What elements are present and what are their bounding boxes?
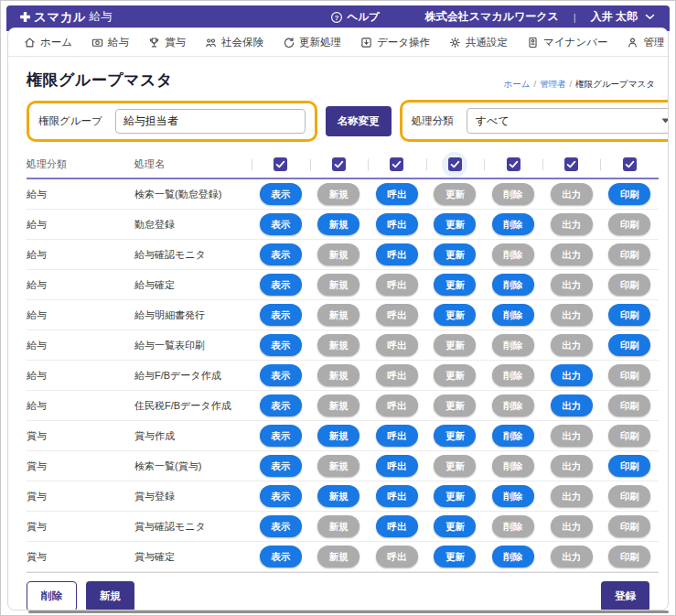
permission-pill-出力-disabled[interactable]: 出力 — [551, 455, 593, 477]
permission-pill-印刷-disabled[interactable]: 印刷 — [608, 425, 650, 447]
permission-pill-更新-enabled[interactable]: 更新 — [434, 243, 476, 265]
permission-pill-更新-enabled[interactable]: 更新 — [434, 546, 476, 567]
permission-pill-出力-disabled[interactable]: 出力 — [551, 515, 593, 537]
permission-pill-削除-disabled[interactable]: 削除 — [492, 455, 534, 477]
permission-pill-表示-enabled[interactable]: 表示 — [260, 274, 302, 296]
permission-pill-表示-enabled[interactable]: 表示 — [260, 394, 302, 416]
permission-pill-削除-disabled[interactable]: 削除 — [492, 515, 534, 537]
permission-pill-更新-enabled[interactable]: 更新 — [434, 515, 476, 537]
permission-pill-新規-enabled[interactable]: 新規 — [317, 425, 359, 447]
permission-pill-出力-disabled[interactable]: 出力 — [551, 304, 593, 326]
user-menu[interactable]: 入井 太郎 — [591, 9, 655, 25]
permission-pill-新規-disabled[interactable]: 新規 — [317, 394, 359, 416]
permission-pill-新規-disabled[interactable]: 新規 — [317, 364, 359, 386]
nav-item-9[interactable]: 管理 — [627, 36, 664, 49]
permission-pill-表示-enabled[interactable]: 表示 — [260, 546, 302, 567]
permission-pill-削除-disabled[interactable]: 削除 — [492, 394, 534, 416]
permission-pill-更新-enabled[interactable]: 更新 — [434, 213, 476, 235]
permission-pill-出力-disabled[interactable]: 出力 — [551, 425, 593, 447]
nav-item-7[interactable]: 共通設定 — [449, 36, 508, 49]
permission-pill-呼出-disabled[interactable]: 呼出 — [376, 364, 418, 386]
permission-pill-更新-enabled[interactable]: 更新 — [434, 304, 476, 326]
permission-pill-出力-disabled[interactable]: 出力 — [551, 334, 593, 356]
permission-pill-削除-enabled[interactable]: 削除 — [492, 425, 534, 447]
permission-pill-呼出-disabled[interactable]: 呼出 — [376, 274, 418, 296]
permission-pill-表示-enabled[interactable]: 表示 — [260, 334, 302, 356]
permission-pill-更新-disabled[interactable]: 更新 — [434, 394, 476, 416]
nav-item-8[interactable]: マイナンバー — [527, 36, 607, 49]
permission-pill-呼出-disabled[interactable]: 呼出 — [376, 304, 418, 326]
permission-pill-印刷-enabled[interactable]: 印刷 — [608, 455, 650, 477]
permission-pill-新規-disabled[interactable]: 新規 — [317, 546, 359, 567]
permission-pill-出力-disabled[interactable]: 出力 — [551, 183, 593, 205]
breadcrumb-link[interactable]: ホーム — [503, 79, 530, 89]
permission-pill-削除-enabled[interactable]: 削除 — [492, 485, 534, 507]
permission-pill-出力-disabled[interactable]: 出力 — [551, 243, 593, 265]
permission-pill-削除-disabled[interactable]: 削除 — [492, 183, 534, 205]
permission-pill-表示-enabled[interactable]: 表示 — [260, 213, 302, 235]
permission-pill-新規-disabled[interactable]: 新規 — [317, 304, 359, 326]
permission-pill-印刷-disabled[interactable]: 印刷 — [608, 394, 650, 416]
permission-pill-印刷-enabled[interactable]: 印刷 — [608, 183, 650, 205]
permission-pill-表示-enabled[interactable]: 表示 — [260, 243, 302, 265]
permission-pill-新規-disabled[interactable]: 新規 — [317, 183, 359, 205]
permission-pill-印刷-disabled[interactable]: 印刷 — [608, 546, 650, 567]
permission-pill-印刷-disabled[interactable]: 印刷 — [608, 515, 650, 537]
permission-pill-出力-disabled[interactable]: 出力 — [551, 546, 593, 567]
breadcrumb-link[interactable]: 管理者 — [540, 79, 566, 89]
category-select[interactable]: すべて — [467, 108, 669, 134]
permission-pill-呼出-enabled[interactable]: 呼出 — [376, 515, 418, 537]
permission-pill-新規-disabled[interactable]: 新規 — [317, 274, 359, 296]
permission-pill-呼出-disabled[interactable]: 呼出 — [376, 394, 418, 416]
permission-pill-新規-enabled[interactable]: 新規 — [317, 213, 359, 235]
permission-pill-出力-enabled[interactable]: 出力 — [551, 364, 593, 386]
permission-pill-表示-enabled[interactable]: 表示 — [260, 425, 302, 447]
select-all-checkbox-7[interactable] — [623, 157, 637, 171]
permission-pill-呼出-enabled[interactable]: 呼出 — [376, 425, 418, 447]
permission-group-input[interactable] — [115, 109, 306, 134]
permission-pill-削除-enabled[interactable]: 削除 — [492, 546, 534, 567]
permission-pill-新規-disabled[interactable]: 新規 — [317, 243, 359, 265]
permission-pill-更新-enabled[interactable]: 更新 — [434, 274, 476, 296]
permission-pill-呼出-enabled[interactable]: 呼出 — [376, 455, 418, 477]
permission-pill-印刷-disabled[interactable]: 印刷 — [608, 243, 650, 265]
permission-pill-新規-disabled[interactable]: 新規 — [317, 455, 359, 477]
permission-pill-表示-enabled[interactable]: 表示 — [260, 485, 302, 507]
permission-pill-更新-enabled[interactable]: 更新 — [434, 425, 476, 447]
delete-button[interactable]: 削除 — [27, 581, 77, 611]
rename-button[interactable]: 名称変更 — [326, 106, 392, 136]
nav-item-2[interactable]: 給与 — [91, 36, 129, 49]
nav-item-4[interactable]: 社会保険 — [205, 36, 263, 49]
permission-pill-呼出-disabled[interactable]: 呼出 — [376, 334, 418, 356]
select-all-checkbox-1[interactable] — [274, 157, 287, 171]
permission-pill-更新-disabled[interactable]: 更新 — [434, 364, 476, 386]
permission-pill-出力-disabled[interactable]: 出力 — [551, 213, 593, 235]
help-button[interactable]: ? ヘルプ — [330, 10, 380, 24]
permission-pill-印刷-disabled[interactable]: 印刷 — [608, 213, 650, 235]
permission-pill-新規-disabled[interactable]: 新規 — [317, 515, 359, 537]
permission-pill-表示-enabled[interactable]: 表示 — [260, 304, 302, 326]
permission-pill-削除-disabled[interactable]: 削除 — [492, 364, 534, 386]
permission-pill-削除-enabled[interactable]: 削除 — [492, 274, 534, 296]
permission-pill-印刷-disabled[interactable]: 印刷 — [608, 485, 650, 507]
nav-item-3[interactable]: 賞与 — [148, 36, 186, 49]
permission-pill-更新-disabled[interactable]: 更新 — [434, 334, 476, 356]
permission-pill-呼出-enabled[interactable]: 呼出 — [376, 243, 418, 265]
horizontal-scrollbar[interactable] — [28, 611, 669, 613]
permission-pill-表示-enabled[interactable]: 表示 — [260, 515, 302, 537]
nav-item-5[interactable]: 更新処理 — [283, 36, 341, 49]
permission-pill-削除-disabled[interactable]: 削除 — [492, 243, 534, 265]
permission-pill-削除-disabled[interactable]: 削除 — [492, 334, 534, 356]
permission-pill-呼出-enabled[interactable]: 呼出 — [376, 183, 418, 205]
permission-pill-印刷-enabled[interactable]: 印刷 — [608, 334, 650, 356]
permission-pill-呼出-enabled[interactable]: 呼出 — [376, 213, 418, 235]
permission-pill-印刷-disabled[interactable]: 印刷 — [608, 274, 650, 296]
nav-item-1[interactable]: ホーム — [24, 36, 72, 49]
select-all-checkbox-5[interactable] — [507, 157, 520, 171]
permission-pill-出力-disabled[interactable]: 出力 — [551, 485, 593, 507]
register-button[interactable]: 登録 — [601, 581, 649, 611]
select-all-checkbox-4[interactable] — [448, 157, 462, 171]
permission-pill-出力-disabled[interactable]: 出力 — [551, 274, 593, 296]
permission-pill-呼出-enabled[interactable]: 呼出 — [376, 485, 418, 507]
permission-pill-印刷-enabled[interactable]: 印刷 — [608, 304, 650, 326]
